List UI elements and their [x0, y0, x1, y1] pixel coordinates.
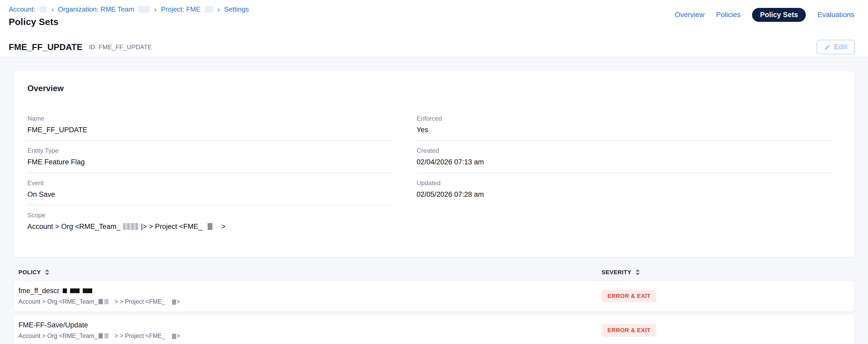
overview-heading: Overview [27, 84, 841, 93]
severity-badge: ERROR & EXIT [601, 324, 656, 337]
overview-card: Overview Name FME_FF_UPDATE Entity Type … [14, 71, 854, 257]
scope-text: Account > Org <RME_Team_ [19, 333, 97, 340]
breadcrumb-settings[interactable]: Settings [224, 5, 249, 13]
field-label: Event [27, 179, 392, 187]
field-event: Event On Save [27, 179, 392, 205]
field-label: Created [416, 147, 833, 154]
main-content: Overview Name FME_FF_UPDATE Entity Type … [0, 57, 868, 344]
severity-badge: ERROR & EXIT [601, 290, 656, 302]
overview-right-column: Enforced Yes Created 02/04/2026 07:13 am… [416, 115, 833, 244]
tab-bar: Overview Policies Policy Sets Evaluation… [675, 8, 854, 22]
sort-policy-icon[interactable] [45, 269, 49, 275]
policy-name: FME-FF-Save/Update [19, 321, 601, 329]
edit-button-label: Edit [834, 43, 847, 51]
field-updated: Updated 02/05/2026 07:28 am [416, 179, 833, 205]
redacted-project-id [208, 223, 212, 230]
field-scope: Scope Account > Org <RME_Team_ |> > Proj… [27, 212, 392, 237]
column-header-policy: POLICY [19, 269, 41, 276]
breadcrumb-project[interactable]: Project: FME [161, 5, 200, 13]
redacted-org-id [104, 333, 108, 339]
tab-evaluations[interactable]: Evaluations [817, 11, 854, 19]
policy-table-row[interactable]: FME-FF-Save/Update Account > Org <RME_Te… [14, 315, 854, 344]
field-value: On Save [27, 190, 392, 198]
field-label: Updated [416, 179, 833, 187]
field-value-scope: Account > Org <RME_Team_ |> > Project <F… [27, 222, 392, 231]
field-value: 02/04/2026 07:13 am [416, 158, 833, 166]
scope-text: > [221, 222, 225, 231]
tab-policy-sets[interactable]: Policy Sets [752, 8, 806, 22]
policy-set-name: FME_FF_UPDATE [9, 42, 83, 52]
field-value: 02/05/2026 07:28 am [416, 190, 833, 198]
severity-cell: ERROR & EXIT [601, 290, 656, 302]
policy-scope: Account > Org <RME_Team_ > > Project <FM… [19, 333, 601, 340]
breadcrumb-organization[interactable]: Organization: RME Team [58, 5, 134, 13]
severity-cell: ERROR & EXIT [601, 324, 656, 337]
field-enforced: Enforced Yes [416, 115, 833, 140]
redacted-org-id [123, 223, 138, 230]
policy-name: fme_ff_descr [19, 287, 601, 295]
field-created: Created 02/04/2026 07:13 am [416, 147, 833, 173]
sort-severity-icon[interactable] [636, 269, 640, 275]
pencil-icon [824, 44, 831, 51]
redacted-policy-name [70, 288, 80, 293]
policy-table-row[interactable]: fme_ff_descr Account > Org <RME_Team_ > … [14, 281, 854, 312]
scope-text: > [177, 298, 180, 305]
redacted-project-id [172, 334, 176, 339]
field-label: Scope [27, 212, 392, 219]
redacted-project-name [205, 6, 213, 13]
breadcrumb-chevron-icon: › [51, 6, 54, 13]
redacted-policy-name [63, 288, 67, 293]
field-value: FME_FF_UPDATE [27, 126, 392, 134]
page-header: Account: › Organization: RME Team › Proj… [0, 0, 868, 57]
policy-cell: FME-FF-Save/Update Account > Org <RME_Te… [19, 321, 601, 340]
overview-left-column: Name FME_FF_UPDATE Entity Type FME Featu… [27, 115, 392, 244]
redacted-project-id [172, 300, 176, 305]
breadcrumb-chevron-icon: › [217, 6, 220, 13]
field-label: Enforced [416, 115, 833, 122]
redacted-org-id [98, 333, 103, 339]
scope-text: Account > Org <RME_Team_ [27, 222, 120, 231]
scope-text: > [177, 333, 180, 340]
column-header-severity: SEVERITY [601, 269, 631, 276]
redacted-org-name [138, 6, 150, 13]
policy-set-title-row: FME_FF_UPDATE ID: FME_FF_UPDATE Edit [9, 40, 855, 54]
field-value: FME Feature Flag [27, 158, 392, 166]
policy-scope: Account > Org <RME_Team_ > > Project <FM… [19, 298, 601, 305]
scope-text: |> > Project <FME_ [141, 222, 203, 231]
policy-set-id: ID: FME_FF_UPDATE [89, 43, 152, 51]
scope-text: > > Project <FME_ [114, 333, 165, 340]
policy-cell: fme_ff_descr Account > Org <RME_Team_ > … [19, 287, 601, 305]
policy-table-header: POLICY SEVERITY [14, 269, 854, 276]
field-value: Yes [416, 126, 833, 134]
scope-text: > > Project <FME_ [114, 298, 165, 305]
overview-fields-grid: Name FME_FF_UPDATE Entity Type FME Featu… [27, 115, 841, 244]
breadcrumb-account[interactable]: Account: [9, 5, 35, 13]
redacted-account-name [39, 6, 47, 13]
breadcrumb-chevron-icon: › [154, 6, 157, 13]
policy-name-text: FME-FF-Save/Update [19, 321, 88, 329]
redacted-org-id [98, 299, 103, 304]
field-name: Name FME_FF_UPDATE [27, 115, 392, 140]
field-entity-type: Entity Type FME Feature Flag [27, 147, 392, 173]
tab-overview[interactable]: Overview [675, 11, 705, 19]
redacted-org-id [104, 299, 108, 304]
scope-text: Account > Org <RME_Team_ [19, 298, 97, 305]
edit-button[interactable]: Edit [817, 40, 855, 54]
redacted-policy-name [83, 288, 92, 293]
policy-name-text: fme_ff_descr [19, 287, 60, 295]
field-label: Name [27, 115, 392, 122]
field-label: Entity Type [27, 147, 392, 154]
tab-policies[interactable]: Policies [716, 11, 740, 19]
